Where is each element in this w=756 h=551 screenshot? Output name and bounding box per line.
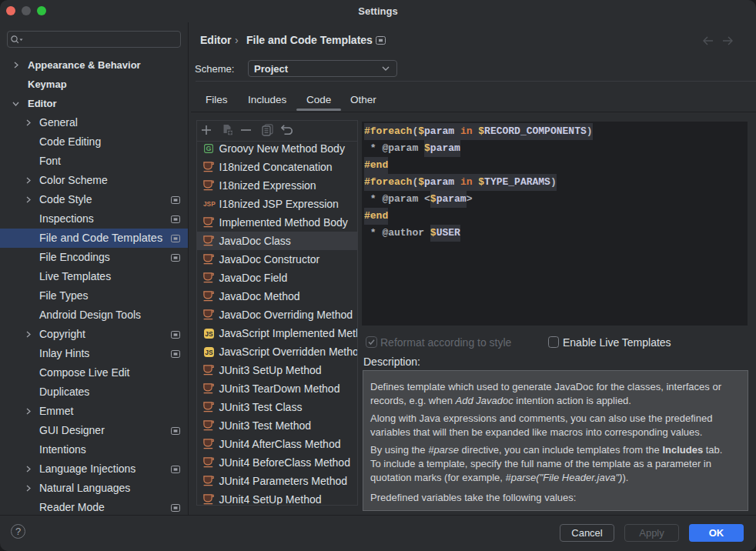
- svg-text:JS: JS: [205, 349, 213, 356]
- svg-text:JS: JS: [205, 330, 213, 338]
- svg-text:G: G: [206, 145, 211, 152]
- svg-text:JSP: JSP: [203, 200, 216, 208]
